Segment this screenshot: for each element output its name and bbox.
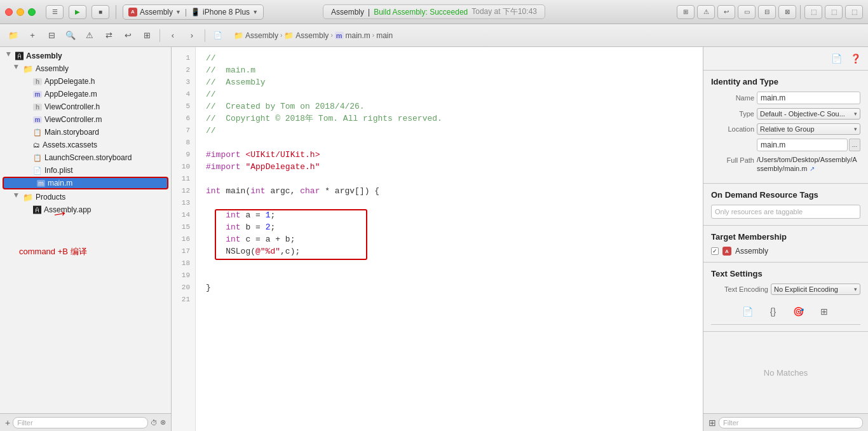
sep2: [800, 5, 801, 19]
name-label: Name: [711, 94, 754, 102]
filename-field[interactable]: main.m …: [757, 139, 860, 151]
editor-standard-button[interactable]: ▭: [738, 5, 756, 19]
fullscreen-button[interactable]: [28, 8, 36, 16]
inspector-toggle[interactable]: ⬚: [845, 5, 863, 19]
line-10: 10: [172, 161, 195, 173]
debug-toggle[interactable]: ⬚: [825, 5, 843, 19]
tree-item-assembly-root[interactable]: ▶ 🅰 Assembly: [0, 50, 171, 62]
line-numbers: 1 2 3 4 5 6 7 8 9 10 11 12 13 14 15 16 1…: [172, 47, 196, 431]
run-button[interactable]: ▶: [69, 5, 86, 19]
chevron-down-icon-2: ▾: [854, 126, 857, 132]
close-button[interactable]: [5, 8, 13, 16]
add-file-button[interactable]: +: [24, 29, 41, 43]
type-select[interactable]: Default - Objective-C Sou... ▾: [757, 108, 860, 120]
type-field[interactable]: Default - Objective-C Sou... ▾: [757, 108, 860, 120]
folder-icon-sm2: 📁: [284, 31, 294, 40]
code-line-3: // Assembly: [206, 76, 703, 88]
code-line-14: int a = 1;: [206, 209, 703, 221]
tree-item-viewcontroller-m[interactable]: m ViewController.m: [0, 113, 171, 126]
grid-icon[interactable]: ⊞: [677, 5, 695, 19]
nav-forward-button[interactable]: ›: [184, 29, 200, 43]
tree-label-launchscreen: LaunchScreen.storyboard: [44, 153, 132, 162]
encoding-field[interactable]: No Explicit Encoding ▾: [771, 284, 860, 295]
breadcrumb-label-3: main.m: [346, 31, 370, 40]
grid-view-btn[interactable]: ⊞: [709, 418, 716, 428]
scheme-selector[interactable]: A Assembly ▼ | 📱 iPhone 8 Plus ▼: [123, 4, 264, 20]
tree-item-appdelegate-h[interactable]: h AppDelegate.h: [0, 75, 171, 88]
code-line-13: [206, 197, 703, 209]
back-icon[interactable]: ↩: [717, 5, 735, 19]
tree-item-products[interactable]: ▶ 📁 Products: [0, 191, 171, 203]
code-line-15: int b = 2;: [206, 221, 703, 233]
sidebar-toggle-button[interactable]: ☰: [46, 5, 64, 19]
search-button[interactable]: 🔍: [62, 29, 79, 43]
link-icon[interactable]: ↗: [810, 165, 815, 172]
inspector-fullpath-row: Full Path /Users/tom/Desktop/Assembly/As…: [711, 155, 860, 173]
browse-btn[interactable]: …: [849, 139, 860, 151]
text-file-icon[interactable]: 📄: [740, 304, 756, 319]
tree-item-appdelegate-m[interactable]: m AppDelegate.m: [0, 88, 171, 100]
editor-assistant-button[interactable]: ⊟: [758, 5, 776, 19]
sidebar: ▶ 🅰 Assembly ▶ 📁 Assembly h AppDelegate.…: [0, 47, 172, 431]
history-filter-btn[interactable]: ⏱: [151, 419, 158, 427]
breadcrumb-item-2[interactable]: 📁 Assembly: [284, 31, 329, 40]
warning-icon[interactable]: ⚠: [697, 5, 715, 19]
clear-filter-btn[interactable]: ⊗: [160, 418, 166, 427]
code-line-1: //: [206, 52, 703, 64]
filter-button[interactable]: ⊟: [43, 29, 60, 43]
section-title-text: Text Settings: [711, 269, 860, 278]
separator: [116, 5, 116, 19]
bookmark-button[interactable]: ⊞: [139, 29, 155, 43]
filename-input[interactable]: main.m: [757, 139, 848, 151]
breadcrumb-item-3[interactable]: m main.m: [335, 31, 370, 40]
tree-item-main-storyboard[interactable]: 📋 Main.storyboard: [0, 126, 171, 139]
breadcrumb-item-4[interactable]: main: [376, 31, 393, 40]
text-grid-icon[interactable]: ⊞: [817, 304, 832, 319]
tree-item-assembly-app[interactable]: 🅰 Assembly.app: [0, 203, 171, 216]
warning-button[interactable]: ⚠: [81, 29, 98, 43]
location-select[interactable]: Relative to Group ▾: [757, 123, 860, 135]
code-line-6: // Copyright © 2018年 Tom. All rights res…: [206, 113, 703, 125]
line-8: 8: [172, 137, 195, 149]
filter-footer-input[interactable]: Filter: [719, 417, 863, 428]
encoding-select[interactable]: No Explicit Encoding ▾: [771, 284, 860, 295]
navigator-toggle[interactable]: ⬚: [804, 5, 822, 19]
code-line-20: }: [206, 282, 703, 294]
tree-item-info-plist[interactable]: 📄 Info.plist: [0, 164, 171, 177]
no-matches-text: No Matches: [764, 343, 808, 403]
breadcrumb-arrow-1: ›: [280, 32, 282, 39]
tree-item-assets[interactable]: 🗂 Assets.xcassets: [0, 139, 171, 151]
add-file-btn[interactable]: +: [5, 418, 10, 428]
diff-button[interactable]: ⇄: [100, 29, 117, 43]
name-field[interactable]: main.m: [757, 92, 860, 104]
folder-icon: 📁: [5, 29, 22, 43]
tree-item-assembly-group[interactable]: ▶ 📁 Assembly: [0, 62, 171, 75]
tree-item-viewcontroller-h[interactable]: h ViewController.h: [0, 100, 171, 113]
history-button[interactable]: ↩: [119, 29, 136, 43]
target-checkbox[interactable]: [711, 247, 719, 255]
name-input[interactable]: main.m: [757, 92, 860, 104]
location-field[interactable]: Relative to Group ▾: [757, 123, 860, 135]
tree-item-main-m[interactable]: m main.m: [3, 177, 168, 189]
file-h-icon: h: [33, 78, 42, 85]
stop-button[interactable]: ■: [92, 5, 109, 19]
code-editor[interactable]: 1 2 3 4 5 6 7 8 9 10 11 12 13 14 15 16 1…: [172, 47, 703, 431]
inspector-file-btn[interactable]: 📄: [829, 51, 844, 66]
tree-label-assembly-group: Assembly: [36, 64, 69, 73]
line-4: 4: [172, 88, 195, 100]
minimize-button[interactable]: [17, 8, 24, 16]
text-settings-toolbar: 📄 {} 🎯 ⊞: [711, 299, 860, 325]
folder-icon: 📁: [23, 64, 33, 74]
filter-input[interactable]: Filter: [13, 417, 148, 428]
inspector-help-btn[interactable]: ❓: [848, 51, 863, 66]
editor-version-button[interactable]: ⊠: [778, 5, 796, 19]
line-16: 16: [172, 233, 195, 245]
nav-back-button[interactable]: ‹: [165, 29, 181, 43]
line-9: 9: [172, 149, 195, 161]
breadcrumb-item-1[interactable]: 📁 Assembly: [234, 31, 278, 40]
text-code-icon[interactable]: {}: [766, 304, 781, 319]
sidebar-footer: + Filter ⏱ ⊗: [0, 413, 171, 431]
tree-item-launchscreen[interactable]: 📋 LaunchScreen.storyboard: [0, 151, 171, 164]
titlebar: ☰ ▶ ■ A Assembly ▼ | 📱 iPhone 8 Plus ▼ A…: [0, 0, 868, 24]
text-target-icon[interactable]: 🎯: [791, 304, 806, 319]
